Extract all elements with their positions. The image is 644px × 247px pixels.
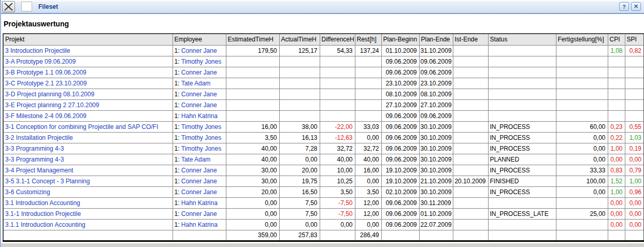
projekt-link[interactable]: 3-6 Customizing [5,188,50,196]
employee-link[interactable]: Tate Adam [181,156,211,163]
employee-link[interactable]: Conner Jane [181,167,217,174]
col-header-estimated-time: EstimatedTimeH [226,34,279,45]
projekt-link[interactable]: 3-B Prototype 1.1 09.06.2009 [5,69,87,76]
estimated-time-cell: 30,00 [226,176,279,186]
total-rest-cell: 286,49 [355,230,381,241]
status-cell: IN_PROCESS [488,186,556,197]
projekt-link[interactable]: 3-E Project planning 2 27.10.2009 [5,101,99,109]
total-actual-cell: 257,83 [279,230,320,241]
employee-link[interactable]: Conner Jane [181,188,217,196]
projekt-cell: 3-1 Conception for combining Projectile … [3,121,173,132]
plan-beginn-cell: 23.10.2009 [381,78,419,89]
ist-ende-cell [453,208,488,219]
estimated-time-cell: 0,00 [226,219,279,230]
content-area: Projektauswertung ProjektEmployeeEstimat… [1,14,644,243]
cpi-cell [608,56,625,67]
table-row: 3-E Project planning 2 27.10.20091: Conn… [3,99,644,110]
plan-beginn-cell: 09.06.2009 [381,67,419,78]
employee-cell: 1: Conner Jane [173,208,226,219]
titlebar-checkbox[interactable] [21,2,32,11]
spi-cell: 0,00 [625,154,644,165]
employee-link[interactable]: Timothy Jones [181,123,222,130]
projekt-link[interactable]: 3-2 Installation Projectile [5,134,73,141]
projekt-link[interactable]: 3 Introduction Projectile [5,47,70,54]
employee-link[interactable]: Conner Jane [181,69,217,76]
employee-link[interactable]: Conner Jane [181,178,217,185]
projekt-cell: 3-3 Programming 4-3 [3,143,173,154]
estimated-time-cell: 3,50 [226,132,279,143]
table-row: 3-3 Programming 4-31: Tate Adam40,000,00… [3,154,644,165]
employee-link[interactable]: Hahn Katrina [181,221,218,228]
table-row: 3-A Prototype 09.06.20091: Timothy Jones… [3,56,644,67]
close-tab-button[interactable] [2,1,15,12]
spi-cell [625,56,644,67]
actual-time-cell: 16,13 [279,132,320,143]
projekt-link[interactable]: 3-5 3.1-1 Concept - 3 Planning [5,178,90,185]
employee-prefix: 1: [175,58,181,65]
employee-link[interactable]: Hahn Katrina [181,112,218,120]
projekt-link[interactable]: 3-A Prototype 09.06.2009 [5,58,76,65]
actual-time-cell: 7,50 [279,197,320,208]
actual-time-cell [279,89,320,99]
projekt-link[interactable]: 3-4 Project Management [5,167,73,174]
table-row: 3 Introduction Projectile1: Conner Jane1… [3,45,644,56]
col-header-plan-beginn: Plan-Beginn [381,34,419,45]
employee-link[interactable]: Conner Jane [181,210,217,217]
projekt-link[interactable]: 3-3 Programming 4-3 [5,145,64,152]
spi-cell: 0,19 [625,143,644,154]
actual-time-cell [279,78,320,89]
employee-prefix: 1: [175,167,181,174]
spi-cell [625,67,644,78]
projekt-link[interactable]: 3.1 Introduction Accounting [5,199,80,207]
employee-link[interactable]: Tate Adam [181,80,211,87]
rest-cell: 12,00 [355,197,381,208]
window-close-button[interactable]: ✕ [631,2,641,11]
projekt-link[interactable]: 3-F Milestone 2-4 09.06.2009 [5,112,87,120]
rest-cell: 137,24 [355,45,381,56]
total-empty-cell [381,230,419,241]
actual-time-cell: 16,50 [279,186,320,197]
table-row: 3-2 Installation Projectile1: Timothy Jo… [3,132,644,143]
ist-ende-cell [453,132,488,143]
difference-cell: 10,25 [320,176,355,186]
spi-cell [625,78,644,89]
employee-prefix: 1: [175,156,181,163]
employee-cell: 1: Conner Jane [173,165,226,176]
employee-link[interactable]: Timothy Jones [181,145,222,152]
rest-cell [355,67,381,78]
difference-cell: 0,00 [320,219,355,230]
projekt-link[interactable]: 3.1-1 Introduction Projectile [5,210,81,217]
cpi-cell [608,99,625,110]
estimated-time-cell: 0,00 [226,208,279,219]
employee-link[interactable]: Conner Jane [181,91,217,98]
rest-cell: 33,03 [355,121,381,132]
projekt-link[interactable]: 3-D Project planning 08.10.2009 [5,91,94,98]
employee-cell: 1: Hahn Katrina [173,197,226,208]
rest-cell [355,56,381,67]
employee-link[interactable]: Conner Jane [181,101,217,109]
employee-link[interactable]: Hahn Katrina [181,199,218,207]
projekt-link[interactable]: 3-3 Programming 4-3 [5,156,64,163]
plan-beginn-cell: 27.10.2009 [381,99,419,110]
fertigstellung-cell: 0,00 [556,143,608,154]
help-button[interactable]: ? [619,2,629,11]
employee-link[interactable]: Conner Jane [181,47,217,54]
cpi-cell: 1,08 [608,45,625,56]
col-header-rest: Rest[h] [355,34,381,45]
fertigstellung-cell [556,99,608,110]
status-cell [488,110,556,121]
fertigstellung-cell [556,56,608,67]
projekt-cell: 3-6 Customizing [3,186,173,197]
projekt-link[interactable]: 3-1 Conception for combining Projectile … [5,123,158,130]
projekt-link[interactable]: 3-C Prototype 2.1 23.10.2009 [5,80,87,87]
page-title: Projektauswertung [4,20,642,28]
titlebar: Fileset ? ✕ [1,0,644,14]
col-header-ist-ende: Ist-Ende [453,34,488,45]
actual-time-cell: 7,28 [279,143,320,154]
employee-link[interactable]: Timothy Jones [181,58,222,65]
employee-link[interactable]: Timothy Jones [181,134,222,141]
total-employee-cell [173,230,226,241]
actual-time-cell [279,67,320,78]
plan-beginn-cell: 19.10.2009 [381,165,419,176]
projekt-link[interactable]: 3.1.1 Introduction Accounting [5,221,85,228]
